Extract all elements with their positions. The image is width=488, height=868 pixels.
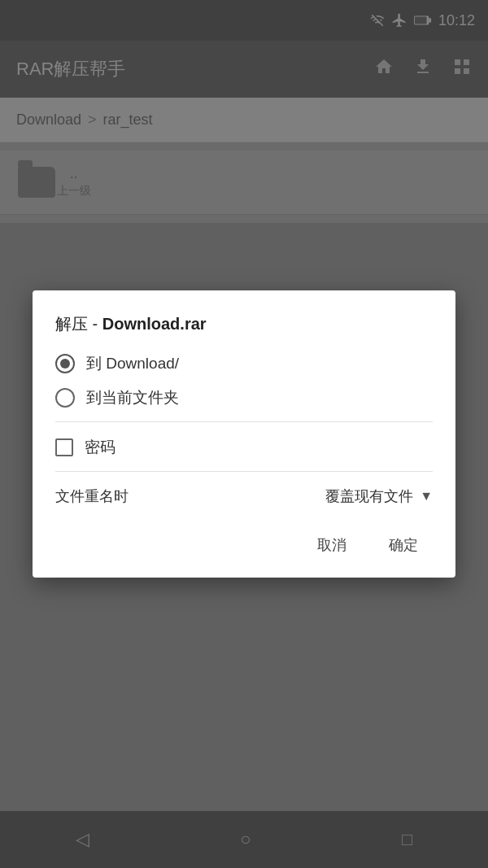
conflict-label: 文件重名时 — [55, 486, 129, 506]
extract-dialog: 解压 - Download.rar 到 Download/ 到当前文件夹 密码 … — [33, 290, 455, 578]
option-current-label: 到当前文件夹 — [86, 387, 179, 408]
dialog-filename: Download.rar — [102, 315, 207, 333]
conflict-value: 覆盖现有文件 — [325, 486, 413, 506]
option-password-label: 密码 — [85, 437, 115, 458]
dialog-title: 解压 - Download.rar — [55, 313, 433, 335]
radio-download[interactable] — [55, 354, 75, 373]
chevron-down-icon: ▼ — [420, 489, 433, 504]
radio-inner — [60, 359, 70, 369]
divider2 — [55, 471, 433, 472]
divider1 — [55, 421, 433, 422]
cancel-button[interactable]: 取消 — [303, 529, 361, 561]
conflict-value-dropdown[interactable]: 覆盖现有文件 ▼ — [325, 486, 433, 506]
radio-current[interactable] — [55, 388, 75, 408]
dialog-overlay: 解压 - Download.rar 到 Download/ 到当前文件夹 密码 … — [0, 0, 488, 868]
checkbox-password[interactable] — [55, 438, 73, 456]
dialog-actions: 取消 确定 — [55, 526, 433, 561]
option-download-label: 到 Download/ — [86, 353, 179, 374]
option-download[interactable]: 到 Download/ — [55, 353, 433, 374]
option-current[interactable]: 到当前文件夹 — [55, 387, 433, 408]
confirm-button[interactable]: 确定 — [374, 529, 433, 561]
conflict-row: 文件重名时 覆盖现有文件 ▼ — [55, 486, 433, 506]
option-password[interactable]: 密码 — [55, 437, 433, 458]
